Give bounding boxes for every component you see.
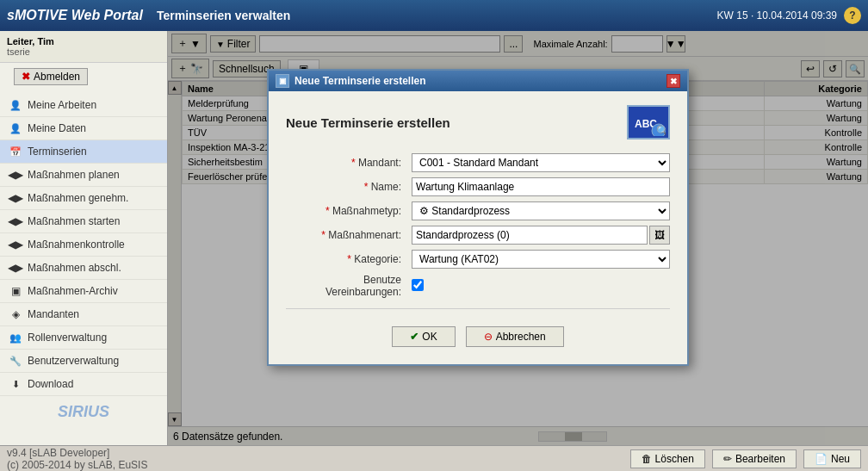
user-sub: tserie (7, 46, 160, 57)
mandant-select[interactable]: C001 - Standard Mandant (412, 153, 670, 172)
edit-label: Bearbeiten (735, 453, 785, 465)
sidebar-item-massnahmen-abschl[interactable]: ◀▶ Maßnahmen abschl. (0, 257, 167, 280)
dialog-separator (286, 308, 670, 309)
sidebar-item-massnahmen-planen[interactable]: ◀▶ Maßnahmen planen (0, 164, 167, 187)
cancel-icon: ⊖ (484, 331, 493, 343)
sidebar-item-label: Maßnahmen planen (28, 169, 120, 181)
dialog-close-button[interactable]: ✖ (666, 74, 680, 88)
new-label: Neu (831, 453, 850, 465)
sidebar-item-label: Terminserien (28, 146, 87, 158)
sidebar-item-massnahmen-genehm[interactable]: ◀▶ Maßnahmen genehm. (0, 187, 167, 210)
name-field (412, 177, 670, 196)
admin-icon (9, 354, 22, 368)
user-name: Leiter, Tim (7, 36, 160, 46)
kategorie-field: Wartung (KAT02) (412, 250, 670, 269)
app-logo: sMOTIVE Web Portal (7, 8, 143, 23)
edit-button[interactable]: ✏ Bearbeiten (712, 449, 797, 468)
ok-label: OK (422, 331, 437, 343)
version-info: v9.4 [sLAB Developer] (c) 2005-2014 by s… (7, 447, 623, 471)
massnahmetyp-select[interactable]: ⚙ Standardprozess (412, 201, 670, 220)
ok-button[interactable]: ✔ OK (392, 326, 455, 347)
sidebar-item-benutzerverwaltung[interactable]: Benutzerverwaltung (0, 350, 167, 373)
download-icon (9, 377, 22, 391)
measure-icon: ◀▶ (9, 191, 22, 205)
sidebar-item-meine-daten[interactable]: Meine Daten (0, 117, 167, 140)
archive-icon: ▣ (9, 284, 22, 298)
sidebar-item-meine-arbeiten[interactable]: Meine Arbeiten (0, 94, 167, 117)
massnahmenart-required: * (321, 229, 326, 241)
sidebar-item-label: Download (28, 378, 73, 390)
sidebar-item-label: Rollenverwaltung (28, 332, 107, 344)
measure-icon: ◀▶ (9, 261, 22, 275)
dialog-titlebar: ▣ Neue Terminserie erstellen ✖ (269, 71, 687, 91)
sidebar-item-terminserien[interactable]: Terminserien (0, 140, 167, 164)
dialog-body: Neue Terminserie erstellen ABC 🔍 * Manda… (269, 91, 687, 364)
copyright-text: (c) 2005-2014 by sLAB, EuSIS (7, 459, 623, 471)
header-right: KW 15 · 10.04.2014 09:39 ? (717, 7, 861, 24)
person-icon (9, 121, 22, 135)
mandant-label: * Mandant: (286, 157, 406, 169)
vereinbarungen-checkbox[interactable] (412, 279, 424, 291)
delete-icon: 🗑 (642, 453, 652, 465)
logout-area: ✖ Abmelden (0, 63, 167, 94)
svg-text:🔍: 🔍 (656, 124, 666, 136)
x-icon: ✖ (22, 71, 30, 83)
sidebar-logo-area: SIRIUS (0, 396, 167, 428)
dialog-title-icon: ▣ (276, 74, 289, 88)
name-label-text: Name: (371, 181, 401, 193)
sidebar-item-label: Maßnahmen-Archiv (28, 285, 118, 297)
edit-icon: ✏ (723, 453, 732, 465)
kategorie-select[interactable]: Wartung (KAT02) (412, 250, 670, 269)
dialog-footer: ✔ OK ⊖ Abbrechen (286, 319, 670, 350)
new-button[interactable]: 📄 Neu (803, 449, 861, 468)
sidebar-item-label: Mandanten (28, 308, 79, 320)
dialog-header-title: Neue Terminserie erstellen (286, 115, 450, 130)
dialog-form: * Mandant: C001 - Standard Mandant * Nam… (286, 153, 670, 298)
sidebar-item-massnahmen-starten[interactable]: ◀▶ Maßnahmen starten (0, 210, 167, 233)
massnahmetyp-label: * Maßnahmetyp: (286, 205, 406, 217)
kategorie-label-text: Kategorie: (354, 253, 401, 265)
massnahmenart-browse-button[interactable]: 🖼 (649, 226, 670, 245)
delete-button[interactable]: 🗑 Löschen (630, 449, 705, 468)
massnahmetyp-required: * (326, 205, 330, 217)
dialog-header: Neue Terminserie erstellen ABC 🔍 (286, 105, 670, 139)
cancel-button[interactable]: ⊖ Abbrechen (466, 326, 564, 347)
sidebar-item-rollenverwaltung[interactable]: Rollenverwaltung (0, 326, 167, 350)
sidebar-item-label: Maßnahmen abschl. (28, 262, 121, 274)
mandant-required: * (351, 157, 356, 169)
dialog-header-text: Neue Terminserie erstellen (286, 115, 617, 130)
mandant-label-text: Mandant: (358, 157, 401, 169)
sidebar-nav: Meine Arbeiten Meine Daten Terminserien … (0, 94, 167, 445)
vereinbarungen-label-text: Benutze Vereinbarungen: (326, 274, 401, 298)
dialog-title: Neue Terminserie erstellen (294, 75, 666, 87)
header-datetime: KW 15 · 10.04.2014 09:39 (717, 9, 837, 22)
sidebar: Leiter, Tim tserie ✖ Abmelden Meine Arbe… (0, 31, 168, 445)
massnahmetyp-label-text: Maßnahmetyp: (332, 205, 401, 217)
abc-icon-svg: ABC 🔍 (631, 108, 666, 136)
massnahmenart-input[interactable] (412, 226, 648, 245)
sidebar-item-mandanten[interactable]: ◈ Mandanten (0, 303, 167, 326)
user-info: Leiter, Tim tserie (0, 31, 167, 63)
logout-label: Abmelden (34, 71, 80, 83)
roles-icon (9, 331, 22, 344)
sidebar-item-label: Maßnahmen genehm. (28, 192, 128, 204)
logout-button[interactable]: ✖ Abmelden (14, 68, 88, 85)
kategorie-label: * Kategorie: (286, 253, 406, 265)
bottom-bar: v9.4 [sLAB Developer] (c) 2005-2014 by s… (0, 445, 868, 471)
measure-icon: ◀▶ (9, 168, 22, 182)
help-button[interactable]: ? (844, 7, 861, 24)
name-input[interactable] (412, 177, 670, 196)
kategorie-required: * (347, 253, 351, 265)
calendar-icon (9, 145, 22, 158)
sidebar-item-label: Benutzerverwaltung (28, 355, 119, 367)
sidebar-item-massnahmen-archiv[interactable]: ▣ Maßnahmen-Archiv (0, 280, 167, 303)
browse-icon: 🖼 (654, 229, 665, 241)
sidebar-item-label: Maßnahmen starten (28, 215, 120, 227)
vereinbarungen-label: Benutze Vereinbarungen: (286, 274, 406, 298)
sidebar-item-download[interactable]: Download (0, 373, 167, 396)
version-text: v9.4 [sLAB Developer] (7, 447, 623, 459)
page-title: Terminserien verwalten (157, 9, 717, 22)
massnahmenart-label: * Maßnahmenart: (286, 229, 406, 241)
sidebar-item-massnahmenkontrolle[interactable]: ◀▶ Maßnahmenkontrolle (0, 233, 167, 257)
sidebar-item-label: Maßnahmenkontrolle (28, 239, 125, 251)
